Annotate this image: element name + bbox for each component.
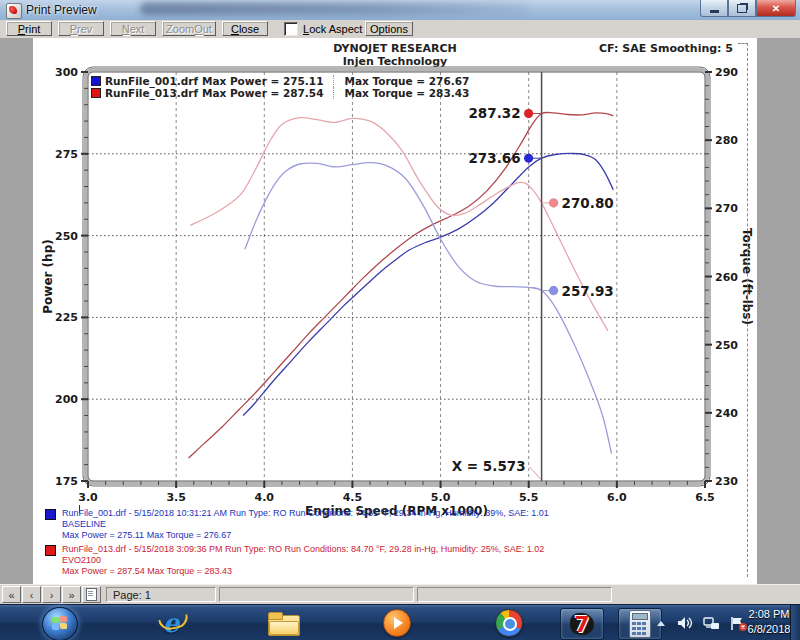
run-label-line: EVO2100 bbox=[62, 555, 549, 566]
y-right-tick-label: 290 bbox=[715, 66, 738, 79]
taskbar-item-calculator-active[interactable] bbox=[618, 608, 662, 640]
legend-run-name: RunFile_001.drf bbox=[105, 75, 198, 87]
taskbar-item-media-player[interactable] bbox=[376, 608, 418, 638]
prev-button: Prev bbox=[58, 21, 104, 36]
next-button: Next bbox=[110, 21, 156, 36]
taskbar-item-internet-explorer[interactable]: e bbox=[150, 608, 192, 638]
preview-area: DYNOJET RESEARCH Injen Technology CF: SA… bbox=[0, 38, 800, 584]
taskbar-item-dynojet-active[interactable]: 7 bbox=[560, 608, 604, 640]
print-button[interactable]: Print bbox=[6, 21, 52, 36]
taskbar-item-windows-explorer[interactable] bbox=[262, 608, 304, 638]
page-setup-button[interactable] bbox=[82, 586, 101, 603]
run-label-line: BASELINE bbox=[62, 519, 549, 530]
run-annotation-baseline: RunFile_001.drf - 5/15/2018 10:31:21 AM … bbox=[45, 508, 549, 541]
legend-row: RunFile_013.drf Max Power = 287.54 Max T… bbox=[91, 87, 469, 99]
run-annotations: RunFile_001.drf - 5/15/2018 10:31:21 AM … bbox=[45, 505, 549, 577]
window-title: Print Preview bbox=[26, 3, 97, 17]
y-left-tick-label: 300 bbox=[55, 66, 78, 79]
y-right-tick-label: 250 bbox=[715, 339, 738, 352]
dyno-chart: 1752002252502753002302402502602702802903… bbox=[33, 38, 757, 584]
restore-icon bbox=[737, 4, 747, 13]
page-number-panel: Page: 1 bbox=[106, 587, 216, 602]
legend-max-torque: Max Torque = 276.67 bbox=[333, 75, 469, 87]
legend-row: RunFile_001.drf Max Power = 275.11 Max T… bbox=[91, 75, 469, 87]
chart-frame-inner bbox=[88, 72, 705, 481]
restore-button[interactable] bbox=[728, 0, 756, 17]
run-info-line: RunFile_001.drf - 5/15/2018 10:31:21 AM … bbox=[62, 508, 549, 519]
x-tick-label: 3.0 bbox=[78, 491, 98, 504]
page-number-label: Page: 1 bbox=[113, 589, 151, 601]
folder-icon bbox=[268, 612, 298, 634]
y-right-tick-label: 260 bbox=[715, 271, 738, 284]
preview-page: DYNOJET RESEARCH Injen Technology CF: SA… bbox=[33, 38, 757, 584]
hidden-icons-arrow[interactable] bbox=[657, 621, 665, 626]
page-icon bbox=[86, 588, 97, 601]
volume-icon[interactable] bbox=[677, 616, 693, 630]
chart-legend: RunFile_001.drf Max Power = 275.11 Max T… bbox=[91, 75, 469, 99]
first-page-button[interactable]: « bbox=[2, 586, 21, 603]
legend-swatch-blue bbox=[91, 76, 101, 86]
next-page-button[interactable]: › bbox=[42, 586, 61, 603]
cursor-value-label: 257.93 bbox=[562, 283, 614, 299]
options-button[interactable]: Options bbox=[365, 21, 413, 36]
y-left-tick-label: 275 bbox=[55, 148, 78, 161]
run-info-line: RunFile_013.drf - 5/15/2018 3:09:36 PM R… bbox=[62, 544, 549, 555]
status-panel bbox=[417, 587, 612, 602]
legend-max-power: Max Power = 287.54 bbox=[202, 87, 324, 99]
taskbar-item-chrome[interactable] bbox=[488, 608, 530, 638]
curve-runfile_001-power bbox=[243, 153, 613, 415]
show-desktop-button[interactable] bbox=[790, 605, 800, 640]
y-right-tick-label: 240 bbox=[715, 407, 738, 420]
blurred-background-title bbox=[140, 2, 530, 15]
cursor-value-label: 287.32 bbox=[468, 105, 520, 121]
cursor-x-leader bbox=[530, 467, 541, 479]
windows-logo-icon bbox=[52, 616, 68, 631]
x-tick-label: 5.5 bbox=[519, 491, 539, 504]
x-tick-label: 6.5 bbox=[695, 491, 715, 504]
close-window-button[interactable]: ✕ bbox=[756, 0, 796, 17]
chart-frame-outer bbox=[83, 67, 710, 486]
lock-aspect-ratio-checkbox[interactable] bbox=[284, 22, 298, 36]
internet-explorer-icon: e bbox=[163, 608, 180, 638]
dynojet-app-icon: 7 bbox=[568, 611, 596, 637]
cursor-x-label: X = 5.573 bbox=[452, 458, 526, 474]
legend-max-power: Max Power = 275.11 bbox=[202, 75, 324, 87]
y-right-tick-label: 230 bbox=[715, 475, 738, 488]
y-right-tick-label: 270 bbox=[715, 202, 738, 215]
cursor-dot bbox=[524, 154, 533, 163]
y-left-tick-label: 200 bbox=[55, 393, 78, 406]
legend-max-torque: Max Torque = 283.43 bbox=[333, 87, 469, 99]
x-tick-label: 5.0 bbox=[431, 491, 451, 504]
start-button[interactable] bbox=[42, 607, 78, 640]
app-icon bbox=[6, 3, 22, 19]
cursor-value-label: 270.80 bbox=[562, 195, 614, 211]
calculator-icon bbox=[629, 610, 651, 638]
y-right-tick-label: 280 bbox=[715, 134, 738, 147]
chart-frame-band bbox=[86, 70, 708, 484]
status-panel bbox=[219, 587, 414, 602]
network-icon[interactable] bbox=[703, 616, 720, 630]
zoom-out-button: Zoom Out bbox=[162, 21, 216, 36]
run-annotation-evo2100: RunFile_013.drf - 5/15/2018 3:09:36 PM R… bbox=[45, 544, 549, 577]
title-bar: Print Preview ✕ bbox=[0, 0, 800, 21]
media-player-icon bbox=[383, 609, 411, 637]
cursor-dot bbox=[549, 198, 558, 207]
legend-swatch-red bbox=[91, 88, 101, 98]
run-max-line: Max Power = 275.11 Max Torque = 276.67 bbox=[62, 530, 549, 541]
close-icon: ✕ bbox=[772, 3, 780, 14]
x-tick-label: 6.0 bbox=[607, 491, 627, 504]
prev-page-button[interactable]: ‹ bbox=[22, 586, 41, 603]
minimize-button[interactable] bbox=[700, 0, 728, 17]
cursor-value-label: 273.66 bbox=[468, 150, 520, 166]
y-left-tick-label: 175 bbox=[55, 475, 78, 488]
run-swatch-red bbox=[45, 545, 56, 556]
curve-runfile_013-torque bbox=[190, 118, 608, 331]
run-max-line: Max Power = 287.54 Max Torque = 283.43 bbox=[62, 566, 549, 577]
status-bar: « ‹ › » Page: 1 bbox=[0, 584, 800, 605]
close-button[interactable]: Close bbox=[222, 21, 268, 36]
y-left-axis-title: Power (hp) bbox=[41, 239, 55, 313]
last-page-button[interactable]: » bbox=[62, 586, 81, 603]
toolbar: PrintPrevNextZoom OutClose Lock Aspect R… bbox=[0, 20, 800, 39]
print-preview-window: Print Preview ✕ PrintPrevNextZoom OutClo… bbox=[0, 0, 800, 604]
x-tick-label: 3.5 bbox=[166, 491, 186, 504]
